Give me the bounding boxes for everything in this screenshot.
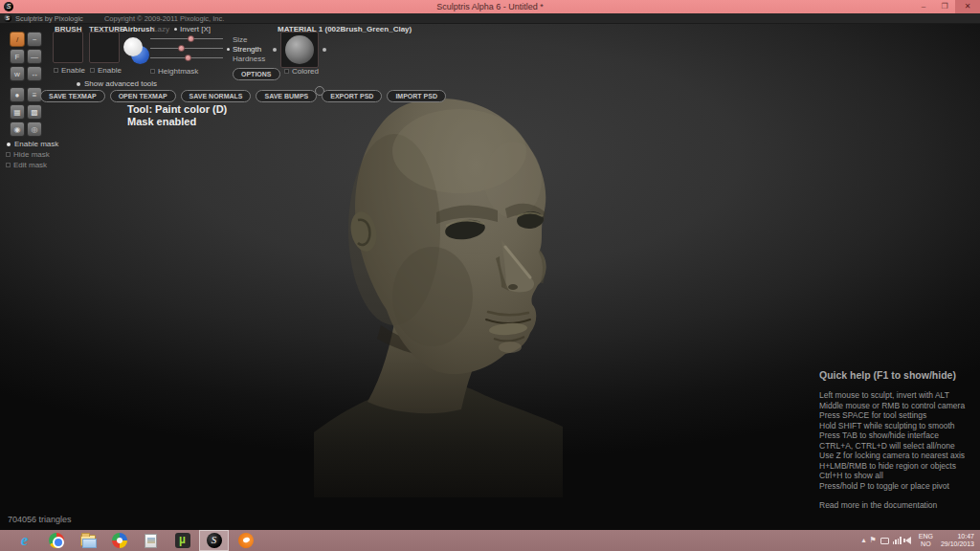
size-slider-label[interactable]: Size: [233, 35, 248, 44]
strength-slider[interactable]: [150, 45, 223, 52]
help-line: Press/hold P to toggle or place pivot: [819, 481, 977, 492]
tool-flatten[interactable]: —: [27, 49, 42, 64]
taskbar[interactable]: e µ S ▴ ⚑ ENG NO: [0, 530, 980, 551]
title-bar[interactable]: S Sculptris Alpha 6 - Untitled * – ❐ ✕: [0, 0, 980, 13]
texture-thumbnail[interactable]: [89, 32, 120, 63]
file-actions: SAVE TEXMAP OPEN TEXMAP SAVE NORMALS SAV…: [40, 90, 446, 102]
airbrush-icon[interactable]: [123, 37, 152, 64]
help-line: CTRL+A, CTRL+D will select all/none: [819, 441, 977, 452]
tool-fill[interactable]: F: [10, 49, 25, 64]
strength-slider-label[interactable]: Strength: [227, 45, 261, 54]
app-logo-icon: S: [4, 2, 13, 11]
material-preview[interactable]: [280, 32, 319, 68]
slider-knob[interactable]: [178, 45, 185, 52]
internet-explorer-icon: e: [16, 533, 33, 549]
material-next-arrow[interactable]: [323, 48, 326, 52]
quick-help-title: Quick help (F1 to show/hide): [819, 369, 977, 381]
show-advanced-toggle[interactable]: Show advanced tools: [77, 79, 157, 88]
minimize-button[interactable]: –: [913, 0, 934, 13]
taskbar-blender[interactable]: [231, 530, 260, 551]
save-normals-button[interactable]: SAVE NORMALS: [181, 90, 252, 102]
chrome-icon: [49, 533, 64, 548]
hardness-slider-label[interactable]: Hardness: [233, 55, 265, 63]
hardness-slider[interactable]: [150, 55, 223, 61]
tool-ring-a[interactable]: ◉: [10, 121, 25, 137]
help-line: Press TAB to show/hide interface: [819, 430, 977, 441]
texture-enable-toggle[interactable]: Enable: [90, 66, 122, 75]
taskbar-utorrent[interactable]: µ: [167, 530, 197, 551]
taskbar-chrome[interactable]: [41, 530, 71, 551]
save-texmap-button[interactable]: SAVE TEXMAP: [40, 90, 105, 102]
clock[interactable]: 10:47 29/10/2013: [941, 533, 976, 548]
lazy-toggle[interactable]: Lazy: [153, 25, 169, 33]
brush-thumbnail[interactable]: [53, 32, 83, 63]
import-psd-button[interactable]: IMPORT PSD: [387, 90, 446, 102]
size-slider[interactable]: [150, 35, 223, 42]
help-line: H+LMB/RMB to hide region or objects: [819, 461, 977, 472]
radio-on-icon: [174, 28, 177, 31]
hide-mask-toggle[interactable]: Hide mask: [5, 149, 58, 160]
colored-toggle[interactable]: Colored: [284, 67, 319, 76]
invert-toggle[interactable]: Invert [X]: [174, 25, 211, 33]
sculptris-icon: S: [207, 533, 222, 548]
quick-help-panel: Quick help (F1 to show/hide) Left mouse …: [819, 369, 977, 510]
taskbar-notepad[interactable]: [136, 530, 166, 551]
tool-wave[interactable]: w: [10, 66, 25, 81]
heightmask-toggle[interactable]: Heightmask: [150, 67, 198, 76]
airbrush-label[interactable]: Airbrush: [122, 25, 154, 33]
tool-grid-a[interactable]: ▦: [10, 104, 25, 120]
window-controls: – ❐ ✕: [913, 0, 980, 13]
triangle-count: 704056 triangles: [8, 515, 72, 524]
head-model[interactable]: [314, 96, 563, 497]
radio-on-icon: [77, 82, 80, 86]
quick-help-lines: Left mouse to sculpt, invert with ALT Mi…: [819, 390, 977, 491]
action-center-icon[interactable]: [880, 538, 889, 544]
close-button[interactable]: ✕: [955, 0, 980, 13]
radio-on-icon: [7, 143, 11, 146]
options-button[interactable]: OPTIONS: [233, 68, 280, 80]
current-tool-status: Tool: Paint color (D): [127, 103, 227, 115]
language-indicator[interactable]: ENG NO: [915, 533, 937, 548]
slider-knob[interactable]: [188, 35, 194, 42]
taskbar-file-explorer[interactable]: [73, 530, 102, 551]
save-bumps-button[interactable]: SAVE BUMPS: [256, 90, 317, 102]
checkbox-icon: [90, 68, 95, 73]
system-tray: ▴ ⚑ ENG NO 10:47 29/10/2013: [862, 530, 976, 551]
taskbar-sculptris-active[interactable]: S: [199, 530, 229, 551]
mask-options: Enable mask Hide mask Edit mask: [5, 139, 58, 170]
copyright-text: Copyright © 2009-2011 Pixologic, Inc.: [104, 14, 224, 23]
material-prev-arrow[interactable]: [273, 48, 277, 52]
network-signal-icon[interactable]: [893, 537, 902, 544]
maximize-button[interactable]: ❐: [934, 0, 955, 13]
open-texmap-button[interactable]: OPEN TEXMAP: [110, 90, 176, 102]
enable-mask-toggle[interactable]: Enable mask: [5, 139, 58, 149]
taskbar-internet-explorer[interactable]: e: [10, 530, 39, 551]
blender-icon: [238, 533, 254, 548]
export-psd-button[interactable]: EXPORT PSD: [322, 90, 382, 102]
tool-bump[interactable]: ~: [27, 32, 42, 47]
mask-status: Mask enabled: [127, 116, 196, 127]
app-header: S Sculptris by Pixologic Copyright © 200…: [0, 13, 980, 24]
tool-palette-bottom: ● ≡ ▦ ▩ ◉ ◎: [10, 87, 42, 137]
tool-grid-b[interactable]: ▩: [27, 104, 42, 120]
tool-palette-top: / ~ F — w ↔: [10, 32, 42, 81]
edit-mask-toggle[interactable]: Edit mask: [5, 160, 58, 170]
taskbar-media-player[interactable]: [104, 530, 134, 551]
volume-icon[interactable]: [905, 537, 911, 544]
tool-mirror[interactable]: ↔: [27, 66, 42, 81]
checkbox-icon: [54, 68, 58, 73]
tool-ring-b[interactable]: ◎: [27, 121, 42, 137]
tool-sphere[interactable]: ●: [10, 87, 25, 102]
active-dot-icon: [227, 48, 230, 51]
tray-expand-icon[interactable]: ▴: [862, 536, 866, 545]
slider-track: [150, 38, 223, 39]
app-name: Sculptris by Pixologic: [15, 14, 83, 23]
3d-viewport[interactable]: / ~ F — w ↔ ● ≡ ▦ ▩ ◉ ◎ Enable mask Hide…: [0, 24, 980, 530]
flag-icon[interactable]: ⚑: [870, 536, 877, 545]
window-title: Sculptris Alpha 6 - Untitled *: [0, 2, 980, 11]
help-line: Ctrl+H to show all: [819, 471, 977, 481]
brush-enable-toggle[interactable]: Enable: [54, 66, 85, 75]
tool-paint-brush[interactable]: /: [10, 32, 25, 47]
checkbox-icon: [150, 69, 155, 74]
slider-knob[interactable]: [185, 55, 191, 61]
